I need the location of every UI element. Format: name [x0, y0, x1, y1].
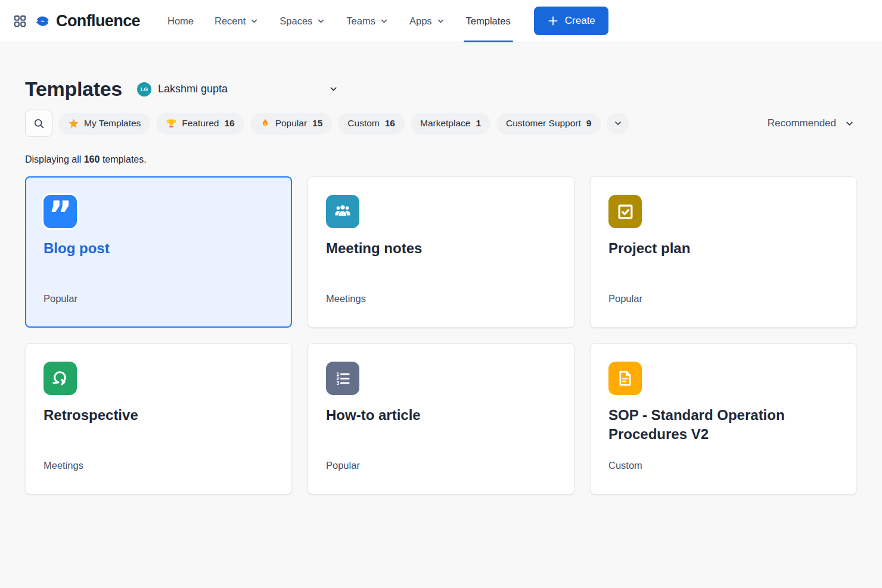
star-icon — [68, 118, 79, 129]
chevron-down-icon — [380, 17, 389, 26]
template-title: How-to article — [326, 406, 556, 425]
confluence-logo-icon — [35, 13, 51, 29]
svg-text:3: 3 — [336, 380, 339, 385]
template-category: Custom — [608, 460, 838, 471]
app-switcher-button[interactable] — [10, 11, 30, 31]
nav-menu: Home Recent Spaces Teams Apps — [166, 0, 530, 42]
confluence-brand[interactable]: Confluence — [35, 12, 140, 30]
checkbox-icon — [608, 195, 642, 228]
page-header: Templates LG Lakshmi gupta — [25, 77, 857, 101]
chevron-down-icon — [844, 119, 855, 129]
avatar: LG — [137, 82, 151, 97]
template-card-project-plan[interactable]: Project plan Popular — [590, 176, 857, 328]
template-grid: ” Blog post Popular Meeting notes Meetin… — [25, 176, 857, 494]
template-category: Popular — [608, 293, 838, 304]
chevron-down-icon — [436, 17, 445, 26]
template-category: Meetings — [44, 460, 274, 471]
chevron-down-icon — [613, 119, 623, 128]
sort-dropdown[interactable]: Recommended — [768, 117, 857, 129]
user-name: Lakshmi gupta — [158, 83, 228, 95]
template-card-blog-post[interactable]: ” Blog post Popular — [25, 176, 292, 328]
template-card-retrospective[interactable]: Retrospective Meetings — [25, 343, 292, 494]
chevron-down-icon — [328, 84, 338, 94]
nav-item-apps[interactable]: Apps — [408, 0, 446, 42]
user-scope-dropdown[interactable]: LG Lakshmi gupta — [137, 82, 338, 97]
nav-item-spaces[interactable]: Spaces — [278, 0, 327, 42]
chevron-down-icon — [250, 17, 259, 26]
people-icon — [326, 195, 359, 228]
template-title: Blog post — [44, 239, 274, 258]
create-button[interactable]: Create — [534, 7, 608, 35]
nav-item-templates[interactable]: Templates — [465, 0, 512, 42]
template-card-meeting-notes[interactable]: Meeting notes Meetings — [308, 176, 574, 328]
more-filters-button[interactable] — [607, 113, 629, 135]
filter-chip-featured[interactable]: Featured 16 — [156, 113, 244, 135]
filter-chip-my-templates[interactable]: My Templates — [58, 113, 150, 135]
search-button[interactable] — [25, 110, 52, 137]
numbered-list-icon: 1 2 3 — [326, 362, 359, 395]
template-card-sop[interactable]: SOP - Standard Operation Procedures V2 C… — [590, 343, 857, 494]
search-icon — [33, 117, 45, 130]
template-category: Popular — [44, 293, 274, 304]
template-title: Meeting notes — [326, 239, 556, 258]
filter-chip-custom[interactable]: Custom 16 — [338, 113, 405, 135]
nav-item-recent[interactable]: Recent — [213, 0, 260, 42]
template-title: SOP - Standard Operation Procedures V2 — [608, 406, 838, 444]
quote-icon: ” — [44, 195, 77, 228]
filter-chip-marketplace[interactable]: Marketplace 1 — [411, 113, 490, 135]
template-card-how-to-article[interactable]: 1 2 3 How-to article Popular — [308, 343, 574, 494]
template-title: Retrospective — [44, 406, 274, 425]
template-category: Meetings — [326, 293, 556, 304]
template-title: Project plan — [608, 239, 838, 258]
templates-page: Templates LG Lakshmi gupta My Templates — [0, 42, 882, 494]
loop-arrow-icon — [44, 362, 77, 395]
nav-item-teams[interactable]: Teams — [345, 0, 390, 42]
trophy-icon — [166, 118, 177, 129]
brand-wordmark: Confluence — [56, 12, 140, 30]
app-grid-icon — [13, 14, 27, 28]
flame-icon — [260, 118, 271, 129]
filter-chip-customer-support[interactable]: Customer Support 9 — [496, 113, 601, 135]
page-title: Templates — [25, 77, 122, 101]
sort-label: Recommended — [768, 117, 836, 129]
plus-icon — [547, 15, 559, 27]
template-category: Popular — [326, 460, 556, 471]
chevron-down-icon — [316, 17, 325, 26]
top-nav: Confluence Home Recent Spaces Teams Apps — [0, 0, 882, 42]
filter-chip-popular[interactable]: Popular 15 — [250, 113, 333, 135]
nav-item-home[interactable]: Home — [166, 0, 195, 42]
filter-bar: My Templates Featured 16 Popul — [25, 110, 857, 137]
document-icon — [608, 362, 642, 395]
results-summary: Displaying all 160 templates. — [25, 154, 857, 165]
